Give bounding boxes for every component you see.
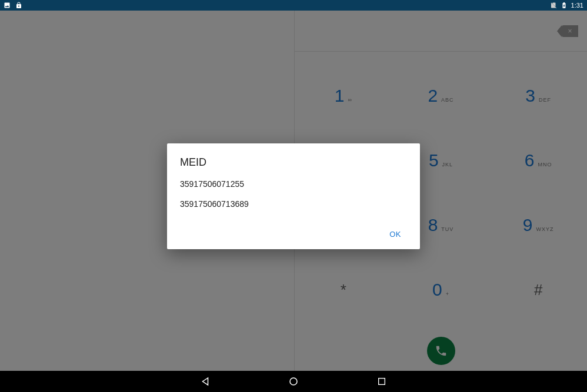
meid-value-2: 359175060713689 xyxy=(180,199,407,209)
dialog-actions: OK xyxy=(180,219,407,243)
back-icon xyxy=(200,376,211,387)
status-left xyxy=(4,2,22,9)
nav-back-button[interactable] xyxy=(199,376,211,387)
status-right: 1:31 xyxy=(550,2,583,9)
ok-button[interactable]: OK xyxy=(383,225,407,243)
no-sim-icon xyxy=(550,2,557,9)
status-bar: 1:31 xyxy=(0,0,587,11)
status-time: 1:31 xyxy=(571,2,583,9)
lock-icon xyxy=(15,2,22,9)
svg-point-0 xyxy=(290,378,297,385)
image-icon xyxy=(4,2,11,9)
meid-value-1: 35917506071255 xyxy=(180,179,407,189)
dialog-title: MEID xyxy=(180,156,407,169)
nav-recents-button[interactable] xyxy=(376,376,388,387)
home-icon xyxy=(288,376,299,387)
recents-icon xyxy=(377,377,386,386)
meid-dialog: MEID 35917506071255 359175060713689 OK xyxy=(167,143,420,249)
svg-rect-1 xyxy=(379,378,385,385)
nav-bar xyxy=(0,371,587,392)
screen: 1:31 × 1∞ 2ABC 3DEF 4GHI 5JKL 6MNO xyxy=(0,0,587,392)
nav-home-button[interactable] xyxy=(288,376,299,387)
battery-icon xyxy=(561,2,568,9)
